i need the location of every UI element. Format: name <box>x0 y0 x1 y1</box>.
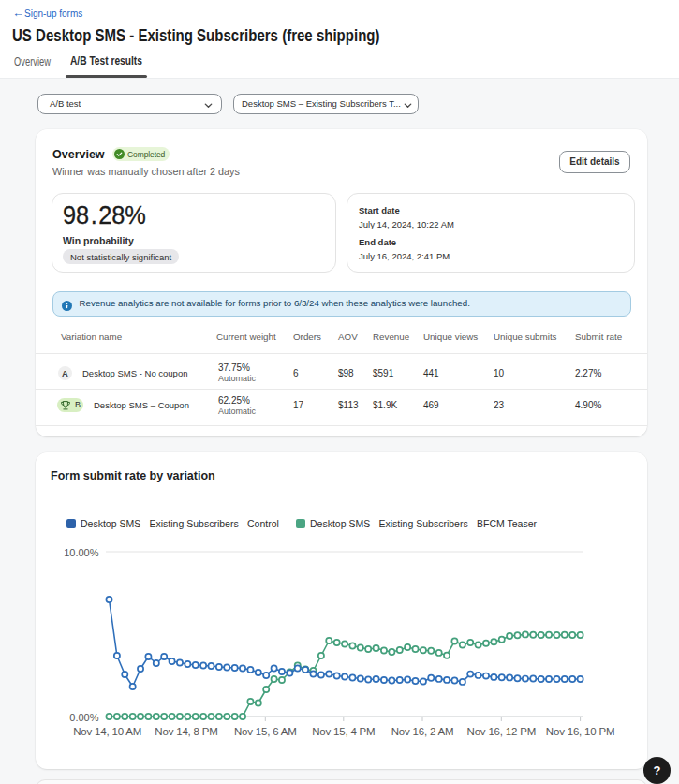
svg-text:10.00%: 10.00% <box>64 547 99 558</box>
svg-text:Nov 16, 10 PM: Nov 16, 10 PM <box>546 726 614 737</box>
svg-text:Nov 15, 6 AM: Nov 15, 6 AM <box>234 726 297 737</box>
svg-text:0.00%: 0.00% <box>69 712 98 723</box>
svg-text:Nov 16, 2 AM: Nov 16, 2 AM <box>391 726 454 737</box>
svg-text:Nov 14, 10 AM: Nov 14, 10 AM <box>73 726 141 737</box>
svg-text:Nov 16, 12 PM: Nov 16, 12 PM <box>467 726 536 737</box>
svg-text:Nov 14, 8 PM: Nov 14, 8 PM <box>155 726 217 737</box>
svg-text:Nov 15, 4 PM: Nov 15, 4 PM <box>312 726 375 737</box>
